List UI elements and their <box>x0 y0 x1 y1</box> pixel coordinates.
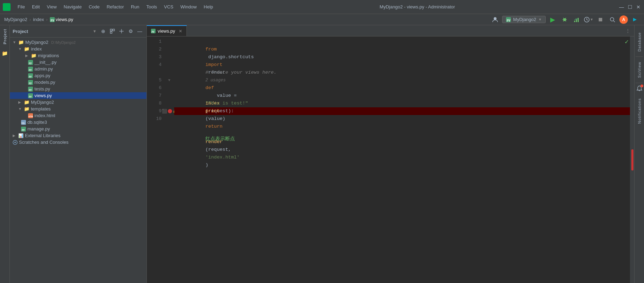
tree-item-views[interactable]: py views.py <box>10 92 146 99</box>
svg-rect-12 <box>576 19 577 22</box>
new-file-button[interactable]: ⊕ <box>99 27 107 35</box>
menu-edit[interactable]: Edit <box>29 3 42 11</box>
tree-item-index-html[interactable]: HTM index.html <box>10 112 146 119</box>
code-line-5[interactable]: def index (request): <box>174 76 630 84</box>
gutter-5: ▼ <box>164 76 174 84</box>
code-indent: value = <box>205 93 239 98</box>
code-line-6[interactable]: value = "This is test!" <box>174 84 630 92</box>
breakpoint-annotation: 红点表示断点 <box>205 136 235 141</box>
expand-all-button[interactable] <box>118 27 125 35</box>
database-panel[interactable]: Database <box>637 28 642 56</box>
title-bar-left: File Edit View Navigate Code Refactor Ru… <box>3 3 216 11</box>
profile-run-button[interactable]: ▼ <box>584 15 593 25</box>
settings-button[interactable]: ⚙ <box>127 27 134 35</box>
keyword-def: def <box>205 85 214 90</box>
line-numbers: 1 2 3 4 5 6 7 8 9 10 <box>147 36 164 283</box>
code-line-4[interactable]: # Create your views here. <box>174 61 630 69</box>
tree-item-ext-libs[interactable]: ▶ 📊 External Libraries <box>10 132 146 139</box>
tab-close-button[interactable]: ✕ <box>179 29 182 34</box>
svg-rect-1 <box>7 5 9 7</box>
gutter-1 <box>164 38 174 46</box>
run-button[interactable]: ▶ <box>548 15 558 25</box>
gutter-9-breakpoint[interactable]: ⬛ 🔒 <box>164 107 174 115</box>
tab-views-py[interactable]: py views.py ✕ <box>147 25 187 36</box>
user-avatar[interactable]: A <box>619 15 628 24</box>
code-render-args: (request, <box>205 147 234 152</box>
code-line-2[interactable] <box>174 46 630 53</box>
coverage-button[interactable] <box>572 15 581 25</box>
notifications-panel-wrap[interactable] <box>635 84 644 94</box>
profile-button[interactable] <box>490 15 500 25</box>
minimize-button[interactable]: — <box>619 4 624 10</box>
keyword-return: return <box>205 124 223 129</box>
menu-view[interactable]: View <box>44 3 59 11</box>
tree-item-index[interactable]: ▼ 📁 index <box>10 46 146 52</box>
svg-line-17 <box>613 21 615 22</box>
tree-item-apps[interactable]: py apps.py <box>10 72 146 79</box>
panel-folder-icon[interactable]: 📁 <box>2 48 8 59</box>
code-line-9[interactable]: return render (request, 'index.html' ) <box>174 107 630 115</box>
line-num-3: 3 <box>150 53 162 61</box>
run-configuration[interactable]: py MyDjango2 ▼ <box>502 16 546 23</box>
close-button[interactable]: ✕ <box>636 4 641 10</box>
keyword-from: from <box>205 47 217 52</box>
menu-code[interactable]: Code <box>86 3 103 11</box>
line-num-usages <box>150 69 162 76</box>
collapse-all-button[interactable] <box>109 27 116 35</box>
main-content: Project 📁 Project ▼ ⊕ <box>0 25 644 283</box>
notifications-label[interactable]: Notifications <box>637 94 642 128</box>
tree-item-init[interactable]: py __init__.py <box>10 59 146 66</box>
code-line-10[interactable] <box>174 115 630 123</box>
menu-run[interactable]: Run <box>128 3 142 11</box>
menu-navigate[interactable]: Navigate <box>61 3 84 11</box>
menu-refactor[interactable]: Refactor <box>104 3 127 11</box>
close-panel-button[interactable]: — <box>136 27 144 35</box>
menu-help[interactable]: Help <box>201 3 216 11</box>
code-indent-9 <box>205 116 217 121</box>
right-sidebar: Database SciView Notifications <box>634 25 644 283</box>
menu-file[interactable]: File <box>15 3 28 11</box>
maximize-button[interactable]: ☐ <box>627 4 633 10</box>
tab-actions: ⋮ <box>622 25 634 36</box>
code-content[interactable]: from django.shortcuts import render # Cr… <box>174 36 630 283</box>
svg-rect-11 <box>574 21 575 22</box>
debug-button[interactable] <box>560 15 570 25</box>
menu-window[interactable]: Window <box>178 3 199 11</box>
sciview-panel[interactable]: SciView <box>637 58 642 82</box>
syntax-ok-indicator: ✓ <box>625 38 629 46</box>
line-num-9: 9 <box>150 107 162 115</box>
code-line-1[interactable]: from django.shortcuts import render <box>174 38 630 46</box>
tree-item-migrations[interactable]: ▶ 📁 migrations <box>10 52 146 59</box>
menu-tools[interactable]: Tools <box>144 3 160 11</box>
tree-item-db[interactable]: SQL db.sqlite3 <box>10 119 146 126</box>
gutter: ▼ ⬛ 🔒 <box>164 36 174 283</box>
tree-item-models[interactable]: py models.py <box>10 79 146 86</box>
tree-item-mydjango2[interactable]: ▶ 📁 MyDjango2 <box>10 99 146 106</box>
breadcrumb-views[interactable]: py views.py <box>50 17 73 22</box>
menu-bar: File Edit View Navigate Code Refactor Ru… <box>15 3 216 11</box>
project-dropdown[interactable]: ▼ <box>93 29 97 33</box>
breakpoint-indicator[interactable] <box>168 109 172 113</box>
code-line-7[interactable]: print (value) <box>174 92 630 100</box>
code-annotation: 红点表示断点 <box>174 127 630 135</box>
tree-root[interactable]: ▼ 📁 MyDjango2 D:\MyDjango2 <box>10 39 146 46</box>
project-panel-label[interactable]: Project <box>3 25 7 48</box>
usages-hint: 2 usages <box>205 78 226 83</box>
breadcrumb-project[interactable]: MyDjango2 <box>4 17 27 22</box>
svg-text:py: py <box>29 82 32 85</box>
tree-item-manage[interactable]: py manage.py <box>10 126 146 132</box>
tab-overflow-button[interactable]: ⋮ <box>624 27 631 34</box>
breadcrumb-index[interactable]: index <box>33 17 44 22</box>
menu-vcs[interactable]: VCS <box>161 3 176 11</box>
gutter-usages <box>164 69 174 76</box>
help-button[interactable] <box>630 15 640 25</box>
search-button[interactable] <box>607 15 617 25</box>
tree-item-admin[interactable]: py admin.py <box>10 66 146 72</box>
code-container: 1 2 3 4 5 6 7 8 9 10 ▼ <box>147 36 634 283</box>
tree-item-tests[interactable]: py tests.py <box>10 86 146 92</box>
svg-text:py: py <box>22 128 25 131</box>
stop-button[interactable] <box>596 15 605 25</box>
window-title: MyDjango2 - views.py - Administrator <box>380 4 455 9</box>
tree-item-scratches[interactable]: Scratches and Consoles <box>10 139 146 146</box>
tree-item-templates[interactable]: ▼ 📁 templates <box>10 106 146 112</box>
